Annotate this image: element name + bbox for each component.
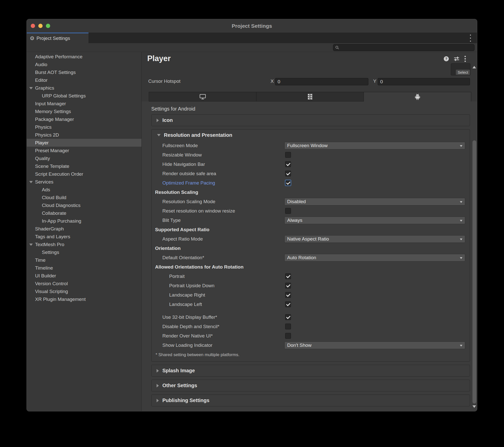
sidebar-item-xr-plugin-management[interactable]: XR Plugin Management [27, 295, 141, 303]
sidebar-item-preset-manager[interactable]: Preset Manager [27, 147, 141, 154]
sidebar-item-tags-and-layers[interactable]: Tags and Layers [27, 233, 141, 241]
sidebar-item-physics-2d[interactable]: Physics 2D [27, 131, 141, 139]
checkbox[interactable] [285, 324, 291, 329]
dropdown[interactable]: Fullscreen Window [284, 142, 465, 149]
sidebar-item-script-execution-order[interactable]: Script Execution Order [27, 170, 141, 178]
publishing-settings-foldout-header[interactable]: Publishing Settings [152, 395, 470, 406]
sidebar-item-settings[interactable]: Settings [27, 248, 141, 256]
foldout-expanded-icon[interactable] [29, 87, 33, 89]
x-label: X [271, 78, 274, 84]
checkbox[interactable] [285, 273, 291, 279]
checkbox[interactable] [285, 152, 291, 158]
scroll-down-icon[interactable] [472, 405, 476, 408]
checkbox[interactable] [285, 208, 291, 214]
sidebar-item-visual-scripting[interactable]: Visual Scripting [27, 287, 141, 295]
project-settings-window: Project Settings ⚙ Project Settings Adap… [26, 19, 477, 411]
foldout-expanded-icon[interactable] [29, 244, 33, 246]
sidebar-item-editor[interactable]: Editor [27, 76, 141, 84]
sidebar-item-memory-settings[interactable]: Memory Settings [27, 108, 141, 115]
setting-label: Fullscreen Mode [162, 143, 198, 148]
sidebar-item-package-manager[interactable]: Package Manager [27, 115, 141, 123]
sidebar-item-ads[interactable]: Ads [27, 186, 141, 194]
chevron-down-icon [460, 257, 462, 259]
sidebar-item-label: Editor [35, 77, 48, 83]
icon-foldout: Icon [151, 114, 470, 126]
setting-row: Resolution Scaling ModeDisabled [152, 197, 470, 206]
sidebar-item-label: Memory Settings [35, 109, 71, 114]
checkbox[interactable] [285, 171, 291, 176]
dropdown[interactable]: Native Aspect Ratio [284, 235, 465, 243]
sidebar-item-physics[interactable]: Physics [27, 123, 141, 131]
sidebar-item-in-app-purchasing[interactable]: In-App Purchasing [27, 217, 141, 225]
setting-row: Orientation [152, 244, 470, 253]
checkbox[interactable] [285, 180, 291, 186]
sidebar-item-label: Quality [35, 156, 50, 161]
sidebar-item-urp-global-settings[interactable]: URP Global Settings [27, 92, 141, 100]
sidebar-item-player[interactable]: Player [27, 139, 141, 147]
sidebar-item-input-manager[interactable]: Input Manager [27, 100, 141, 108]
checkbox[interactable] [285, 301, 291, 307]
dropdown[interactable]: Disabled [284, 198, 465, 205]
sidebar-item-textmesh-pro[interactable]: TextMesh Pro [27, 241, 141, 248]
foldout-expanded-icon [157, 134, 161, 136]
dropdown[interactable]: Always [284, 217, 465, 224]
sidebar-item-quality[interactable]: Quality [27, 154, 141, 162]
sidebar-item-graphics[interactable]: Graphics [27, 84, 141, 92]
sidebar-item-label: Time [35, 257, 46, 263]
tab-dedicated-server[interactable] [256, 92, 364, 101]
sidebar-item-adaptive-performance[interactable]: Adaptive Performance [27, 53, 141, 61]
sidebar-item-label: Cloud Diagnostics [42, 203, 80, 208]
select-button[interactable]: Select [456, 70, 470, 75]
icon-foldout-header[interactable]: Icon [152, 115, 470, 126]
sidebar-item-ui-builder[interactable]: UI Builder [27, 272, 141, 280]
foldout-collapsed-icon [157, 399, 159, 402]
sidebar-item-scene-template[interactable]: Scene Template [27, 162, 141, 170]
cursor-hotspot-label: Cursor Hotspot [148, 78, 181, 84]
help-icon[interactable]: ? [444, 56, 449, 61]
tab-desktop[interactable] [149, 92, 256, 101]
sidebar-item-timeline[interactable]: Timeline [27, 264, 141, 272]
scrollbar-thumb[interactable] [472, 140, 476, 404]
setting-label[interactable]: Optimized Frame Pacing [162, 180, 215, 186]
foldout-expanded-icon[interactable] [29, 181, 33, 183]
setting-row: * Shared setting between multiple platfo… [152, 350, 470, 360]
search-input[interactable] [333, 44, 475, 51]
tab-menu-icon[interactable] [469, 35, 471, 42]
resolution-foldout-header[interactable]: Resolution and Presentation [152, 129, 470, 141]
chevron-down-icon [460, 201, 462, 203]
sidebar-item-version-control[interactable]: Version Control [27, 280, 141, 287]
cursor-hotspot-x-field[interactable]: 0 [275, 78, 368, 85]
cursor-texture-preview[interactable]: Select [451, 63, 470, 75]
vertical-scrollbar [472, 52, 477, 411]
setting-row: Fullscreen ModeFullscreen Window [152, 141, 470, 150]
sidebar-item-cloud-build[interactable]: Cloud Build [27, 194, 141, 201]
sidebar-item-label: Burst AOT Settings [35, 70, 76, 75]
other-settings-foldout-header[interactable]: Other Settings [152, 380, 470, 391]
sidebar-item-audio[interactable]: Audio [27, 61, 141, 68]
sidebar-item-collaborate[interactable]: Collaborate [27, 209, 141, 217]
checkbox[interactable] [285, 161, 291, 167]
setting-label: Resolution Scaling Mode [162, 199, 215, 204]
sidebar-item-shadergraph[interactable]: ShaderGraph [27, 225, 141, 233]
cursor-hotspot-y-field[interactable]: 0 [378, 78, 470, 85]
tab-project-settings[interactable]: ⚙ Project Settings [27, 33, 88, 43]
presets-icon[interactable] [454, 56, 459, 61]
dropdown[interactable]: Don't Show [284, 341, 465, 349]
sidebar-item-time[interactable]: Time [27, 256, 141, 264]
kebab-menu-icon[interactable] [464, 56, 466, 62]
checkbox[interactable] [285, 333, 291, 339]
splash-foldout-header[interactable]: Splash Image [152, 365, 470, 376]
sidebar-item-label: UI Builder [35, 273, 56, 278]
splash-foldout: Splash Image [151, 365, 470, 377]
scroll-up-icon[interactable] [472, 66, 476, 68]
checkbox[interactable] [285, 314, 291, 320]
checkbox[interactable] [285, 292, 291, 298]
sidebar-item-label: XR Plugin Management [35, 297, 86, 302]
sidebar-item-burst-aot-settings[interactable]: Burst AOT Settings [27, 68, 141, 76]
tab-android[interactable] [364, 92, 471, 101]
sidebar-item-services[interactable]: Services [27, 178, 141, 186]
sidebar-item-cloud-diagnostics[interactable]: Cloud Diagnostics [27, 201, 141, 209]
dropdown[interactable]: Auto Rotation [284, 254, 465, 261]
setting-row: Portrait Upside Down [152, 281, 470, 290]
checkbox[interactable] [285, 283, 291, 288]
